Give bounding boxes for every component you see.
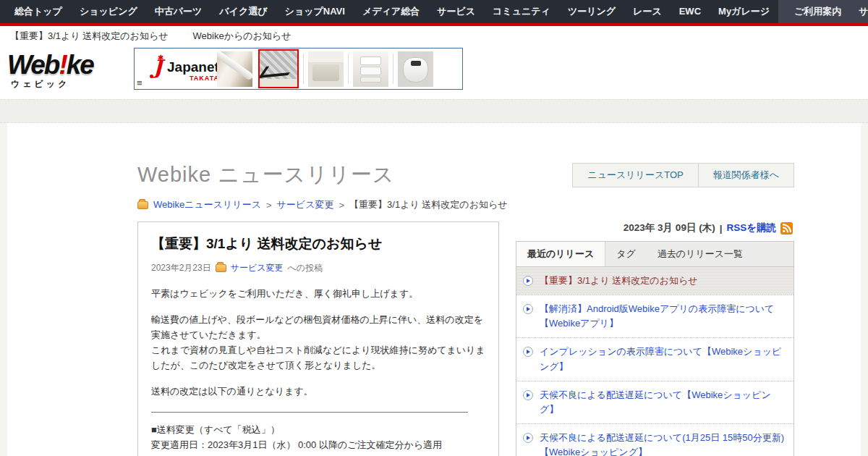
japanet-logo: ✱ J Japanet TAKATA ≡ xyxy=(135,48,214,89)
nav-item-community[interactable]: コミュニティ xyxy=(484,0,559,23)
news-sidebar: 最近のリリース タグ 過去のリリース一覧 【重要】3/1より 送料改定のお知らせ… xyxy=(516,241,794,456)
sidebar-news-item[interactable]: インプレッションの表示障害について【Webikeショッピング】 xyxy=(516,337,793,380)
page-background: Webike ニュースリリース ニュースリリースTOP 報道関係者様へ Webi… xyxy=(0,123,868,456)
ad-divider xyxy=(303,54,304,84)
webike-logo-text: Web!ke xyxy=(7,51,93,78)
logo-exclamation: ! xyxy=(59,50,66,80)
article-paragraph-reason: 輸送費の値上げや、段ボールなどの梱包資材価格の上昇に伴い、送料の改定を実施させて… xyxy=(151,312,485,373)
nav-item-guide[interactable]: ご利用案内 xyxy=(786,0,850,23)
article-date: 2023年2月23日 xyxy=(151,262,211,274)
nav-item-race[interactable]: レース xyxy=(624,0,671,23)
category-suffix: への投稿 xyxy=(288,262,323,274)
japanet-ad-banner[interactable]: ✱ J Japanet TAKATA ≡ xyxy=(134,48,463,90)
news-item-label: 【重要】3/1より 送料改定のお知らせ xyxy=(540,274,698,288)
tab-past-releases[interactable]: 過去のリリース一覧 xyxy=(647,242,754,266)
sidebar-column: 2023年 3月 09日 (木) | RSSを購読 最近のリリース xyxy=(516,221,794,456)
webike-logo[interactable]: Web!ke ウェビック xyxy=(7,51,93,90)
current-date: 2023年 3月 09日 (木) xyxy=(624,221,715,235)
ad-product-image xyxy=(217,51,252,81)
news-item-label: インプレッションの表示障害について【Webikeショッピング】 xyxy=(540,345,786,373)
nav-item-shop-navi[interactable]: ショップNAVI xyxy=(276,0,354,23)
date-separator: | xyxy=(720,223,723,234)
rss-subscribe-link[interactable]: RSSを購読 xyxy=(726,221,776,235)
ad-product-image xyxy=(360,77,381,83)
category-folder-icon xyxy=(216,264,226,272)
article-meta: 2023年2月23日 サービス変更 への投稿 xyxy=(151,262,485,274)
play-circle-icon xyxy=(523,276,533,286)
article-paragraph-greeting: 平素はウェビックをご利用いただき、厚く御礼申し上げます。 xyxy=(151,286,485,301)
article-title: 【重要】3/1より 送料改定のお知らせ xyxy=(151,235,485,253)
ad-product-thumb-4[interactable] xyxy=(353,51,388,87)
main-row: 【重要】3/1より 送料改定のお知らせ 2023年2月23日 サービス変更 への… xyxy=(137,221,794,456)
nav-item-shopping[interactable]: ショッピング xyxy=(71,0,146,23)
nav-item-service[interactable]: サービス xyxy=(428,0,484,23)
news-release-top-button[interactable]: ニュースリリースTOP xyxy=(573,164,697,187)
sidebar-news-item[interactable]: 【解消済】Android版Webikeアプリの表示障害について【Webikeアプ… xyxy=(516,295,793,337)
play-circle-icon xyxy=(523,304,533,314)
content-column: Webike ニュースリリース ニュースリリースTOP 報道関係者様へ Webi… xyxy=(137,161,794,456)
ad-product-thumb-2-highlighted[interactable] xyxy=(258,49,299,88)
nav-item-my-garage[interactable]: Myガレージ xyxy=(710,0,778,23)
nav-item-media[interactable]: メディア総合 xyxy=(354,0,428,23)
top-navbar: 総合トップ ショッピング 中古パーツ バイク選び ショップNAVI メディア総合… xyxy=(0,0,868,23)
japanet-brand-text: Japanet xyxy=(167,59,219,75)
japanet-dot xyxy=(150,75,153,78)
ad-divider xyxy=(348,54,349,84)
nav-item-sitemap[interactable]: サイトマップ xyxy=(850,0,868,23)
announcement-link-webike-news[interactable]: Webikeからのお知らせ xyxy=(193,30,292,43)
tab-tags[interactable]: タグ xyxy=(605,242,647,266)
breadcrumb: Webikeニュースリリース > サービス変更 > 【重要】3/1より 送料改定… xyxy=(137,198,794,211)
sidebar-news-item[interactable]: 天候不良による配送遅延について(1月25日 15時50分更新)【Webikeショ… xyxy=(516,423,793,456)
folder-icon xyxy=(137,201,148,209)
nav-item-home[interactable]: 総合トップ xyxy=(6,0,71,23)
sidebar-tabs: 最近のリリース タグ 過去のリリース一覧 xyxy=(516,242,793,267)
news-item-label: 天候不良による配送遅延について(1月25日 15時50分更新)【Webikeショ… xyxy=(540,431,786,456)
announcement-link-shipping[interactable]: 【重要】3/1より 送料改定のお知らせ xyxy=(10,30,169,43)
play-circle-icon xyxy=(523,390,533,400)
rss-icon[interactable] xyxy=(780,222,793,235)
press-contact-button[interactable]: 報道関係者様へ xyxy=(698,164,793,187)
nav-item-used-parts[interactable]: 中古パーツ xyxy=(146,0,211,23)
ad-product-image xyxy=(258,64,296,78)
ad-product-image xyxy=(312,64,339,81)
news-item-label: 【解消済】Android版Webikeアプリの表示障害について【Webikeアプ… xyxy=(540,302,786,331)
page-title: Webike ニュースリリース xyxy=(137,161,394,190)
breadcrumb-link-news-release[interactable]: Webikeニュースリリース xyxy=(153,198,261,211)
news-item-label: 天候不良による配送遅延について【Webikeショッピング】 xyxy=(540,388,786,417)
page-wrapper: Webike ニュースリリース ニュースリリースTOP 報道関係者様へ Webi… xyxy=(7,123,861,456)
nav-item-bike-select[interactable]: バイク選び xyxy=(210,0,276,23)
ad-menu-icon: ≡ xyxy=(137,77,142,88)
play-circle-icon xyxy=(523,433,533,443)
japanet-j-mark: J xyxy=(153,57,163,77)
article-box: 【重要】3/1より 送料改定のお知らせ 2023年2月23日 サービス変更 への… xyxy=(137,221,499,456)
category-link[interactable]: サービス変更 xyxy=(231,262,284,274)
ad-product-thumb-3[interactable] xyxy=(308,51,344,87)
breadcrumb-separator: > xyxy=(339,200,344,211)
webike-logo-subtext: ウェビック xyxy=(7,78,93,90)
site-header: Web!ke ウェビック ✱ J Japanet TAKATA ≡ xyxy=(0,46,868,99)
ad-product-thumb-1[interactable] xyxy=(217,51,252,87)
date-row: 2023年 3月 09日 (木) | RSSを購読 xyxy=(516,221,794,235)
ad-product-thumb-5[interactable] xyxy=(398,51,433,87)
breadcrumb-separator: > xyxy=(266,200,272,211)
top-nav-links: 総合トップ ショッピング 中古パーツ バイク選び ショップNAVI メディア総合… xyxy=(0,0,778,23)
nav-item-ewc[interactable]: EWC xyxy=(671,0,710,23)
ad-product-image xyxy=(360,67,381,75)
article-divider xyxy=(151,412,468,413)
header-button-group: ニュースリリースTOP 報道関係者様へ xyxy=(572,163,794,187)
top-nav-utility: ご利用案内 サイトマップ 会員サービス xyxy=(778,0,868,23)
ad-divider xyxy=(393,54,393,84)
article-section-heading: ■送料変更（すべて「税込」） 変更適用日：2023年3月1日（水） 0:00 以… xyxy=(151,422,485,452)
play-circle-icon xyxy=(523,347,533,357)
nav-item-touring[interactable]: ツーリング xyxy=(559,0,624,23)
sidebar-news-item[interactable]: 天候不良による配送遅延について【Webikeショッピング】 xyxy=(516,381,793,423)
announcement-bar: 【重要】3/1より 送料改定のお知らせ Webikeからのお知らせ xyxy=(0,26,868,46)
ad-product-image xyxy=(360,56,381,65)
ad-strip-placeholder xyxy=(0,99,868,123)
tab-recent-releases[interactable]: 最近のリリース xyxy=(516,242,605,266)
breadcrumb-link-service-change[interactable]: サービス変更 xyxy=(277,198,334,211)
breadcrumb-current: 【重要】3/1より 送料改定のお知らせ xyxy=(349,198,508,211)
sidebar-news-item-current[interactable]: 【重要】3/1より 送料改定のお知らせ xyxy=(516,267,793,295)
ad-product-image xyxy=(260,79,297,87)
article-paragraph-intro-rates: 送料の改定は以下の通りとなります。 xyxy=(151,384,485,399)
